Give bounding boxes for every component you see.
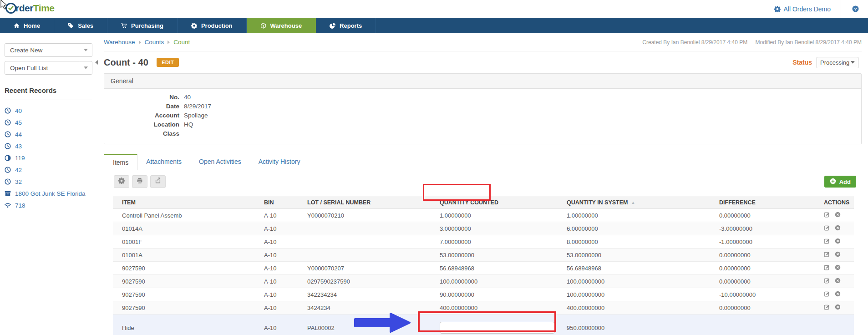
edit-icon[interactable] [824,251,830,257]
nav-item-home[interactable]: Home [0,18,54,33]
cell-item: Hide [113,315,255,335]
cell-difference: 0.00000000 [710,275,815,288]
grid-settings-button[interactable] [114,175,129,188]
tab-items[interactable]: Items [104,154,137,170]
edit-badge[interactable]: EDIT [157,58,179,67]
edit-icon[interactable] [824,225,830,231]
edit-icon[interactable] [824,238,830,244]
gear-icon [191,23,197,29]
cell-item: 9027590 [113,275,255,288]
delete-icon[interactable] [835,251,841,257]
recent-record-label: 718 [15,202,25,209]
print-button[interactable] [132,175,147,188]
breadcrumb-item-warehouse[interactable]: Warehouse [104,39,135,46]
tab-activity-history[interactable]: Activity History [250,153,309,170]
nav-item-sales[interactable]: Sales [54,18,107,33]
edit-icon[interactable] [824,212,830,218]
cell-bin: A-10 [255,275,298,288]
status-select[interactable]: Processing [817,57,858,68]
delete-icon[interactable] [835,278,841,284]
column-header-lot-serial-number[interactable]: LOT / SERIAL NUMBER [298,196,431,209]
cell-counted: 90.00000000 [431,288,558,301]
column-header-quantity-in-system[interactable]: QUANTITY IN SYSTEM▲ [558,196,710,209]
tag-icon [68,23,74,29]
cell-actions [815,209,854,222]
nav-item-warehouse[interactable]: Warehouse [247,18,316,33]
nav-item-purchasing[interactable]: Purchasing [107,18,178,33]
recent-record-32[interactable]: 32 [5,176,92,188]
delete-icon[interactable] [835,225,841,231]
column-header-label: LOT / SERIAL NUMBER [307,199,371,206]
tab-open-activities[interactable]: Open Activities [190,153,250,170]
cart-icon [121,23,127,29]
breadcrumb: WarehouseCountsCount [104,39,190,46]
recent-record-45[interactable]: 45 [5,117,92,128]
open-full-list-button[interactable]: Open Full List [5,61,92,75]
cell-lot: Y0000070207 [298,262,431,275]
breadcrumb-item-counts[interactable]: Counts [145,39,164,46]
chevron-down-icon[interactable] [79,61,92,74]
items-table: ITEMBINLOT / SERIAL NUMBERQUANTITY COUNT… [113,196,854,335]
nav-item-label: Purchasing [131,22,163,29]
cell-lot: PAL00002 [298,315,431,335]
quantity-counted-input[interactable] [440,322,555,334]
delete-icon[interactable] [835,238,841,244]
cell-in-system: 100.00000000 [558,288,710,301]
add-button[interactable]: Add [824,176,856,188]
clock-icon [5,143,11,149]
sort-asc-icon: ▲ [631,200,635,205]
nav-item-label: Sales [78,22,93,29]
recent-record-label: 43 [15,143,22,150]
account-menu-label: All Orders Demo [784,5,831,13]
column-header-item[interactable]: ITEM [113,196,255,209]
create-new-button[interactable]: Create New [5,43,92,57]
delete-icon[interactable] [835,291,841,297]
delete-icon[interactable] [835,264,841,270]
column-header-difference[interactable]: DIFFERENCE [710,196,815,209]
edit-icon[interactable] [824,304,830,310]
recent-record-119[interactable]: 119 [5,152,92,164]
recent-record-718[interactable]: 718 [5,199,92,211]
nav-item-production[interactable]: Production [178,18,247,33]
field-label: Class [104,129,179,138]
account-menu[interactable]: All Orders Demo [764,0,841,18]
help-icon[interactable]: ? [841,5,862,12]
cell-bin: A-10 [255,249,298,262]
clock-icon [5,178,11,185]
cell-difference [710,315,815,335]
sidebar-collapse-icon[interactable] [95,58,98,66]
column-header-bin[interactable]: BIN [255,196,298,209]
recent-record-1800-got-junk-se-florida[interactable]: 1800 Got Junk SE Florida [5,188,92,199]
ordertime-logo[interactable]: rderTime [5,3,55,14]
recent-record-40[interactable]: 40 [5,105,92,117]
edit-icon[interactable] [824,264,830,270]
cell-item: 01014A [113,222,255,235]
recent-record-44[interactable]: 44 [5,128,92,140]
add-button-label: Add [839,178,851,185]
breadcrumb-item-count: Count [173,39,190,46]
cell-bin: A-10 [255,235,298,249]
caret-right-icon [168,41,170,44]
nav-item-reports[interactable]: Reports [316,18,376,33]
column-header-actions[interactable]: ACTIONS [815,196,854,209]
delete-icon[interactable] [835,304,841,310]
cell-difference: 0.00000000 [710,262,815,275]
tab-attachments[interactable]: Attachments [137,153,190,170]
cell-bin: A-10 [255,222,298,235]
edit-icon[interactable] [824,278,830,284]
edit-icon[interactable] [824,291,830,297]
cell-lot [298,249,431,262]
recent-record-42[interactable]: 42 [5,164,92,176]
export-button[interactable] [150,175,166,188]
column-header-quantity-counted[interactable]: QUANTITY COUNTED [431,196,558,209]
recent-record-43[interactable]: 43 [5,140,92,152]
delete-icon[interactable] [835,212,841,218]
cell-actions [815,262,854,275]
cell-item: 9027590 [113,288,255,301]
chevron-down-icon[interactable] [79,44,92,56]
cell-lot: 3424234 [298,301,431,315]
clock-icon [5,119,11,126]
field-value: 40 [184,93,191,102]
recent-record-label: 119 [15,155,25,162]
archive-icon [5,190,11,197]
